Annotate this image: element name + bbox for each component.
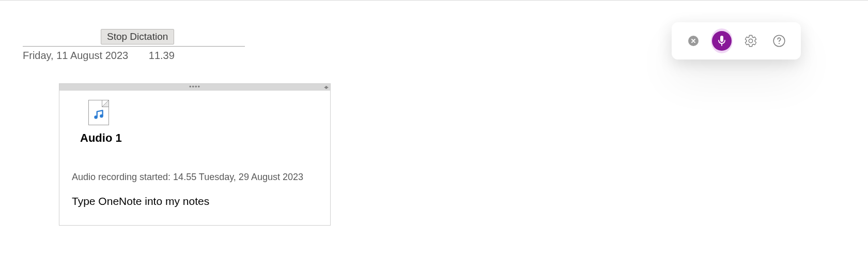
note-time: 11.39 <box>149 50 175 62</box>
note-container-drag-handle[interactable]: •••• ◂▸ <box>59 84 330 91</box>
note-date: Friday, 11 August 2023 <box>23 50 128 62</box>
note-date-time-header: Friday, 11 August 2023 11.39 <box>23 46 245 62</box>
svg-point-1 <box>100 114 103 118</box>
svg-point-5 <box>779 43 780 44</box>
dictation-toolbar <box>672 22 801 60</box>
microphone-icon <box>712 31 732 51</box>
help-button[interactable] <box>768 30 790 52</box>
svg-rect-2 <box>720 36 723 42</box>
audio-recording-status: Audio recording started: 14.55 Tuesday, … <box>72 172 318 183</box>
microphone-button[interactable] <box>711 30 733 52</box>
stop-dictation-tooltip: Stop Dictation <box>101 29 174 44</box>
help-icon <box>772 34 786 48</box>
close-dictation-button[interactable] <box>683 30 704 52</box>
close-icon <box>688 36 699 46</box>
note-text-content[interactable]: Type OneNote into my notes <box>72 195 318 207</box>
audio-file-title: Audio 1 <box>80 131 318 145</box>
gear-icon <box>744 34 757 48</box>
svg-point-0 <box>94 115 98 119</box>
note-body[interactable]: Audio 1 Audio recording started: 14.55 T… <box>59 91 330 217</box>
audio-file-icon[interactable] <box>88 100 109 125</box>
note-container[interactable]: •••• ◂▸ Audio 1 Audio recording started:… <box>59 83 331 226</box>
settings-button[interactable] <box>740 30 762 52</box>
expand-arrows-icon[interactable]: ◂▸ <box>324 83 327 91</box>
